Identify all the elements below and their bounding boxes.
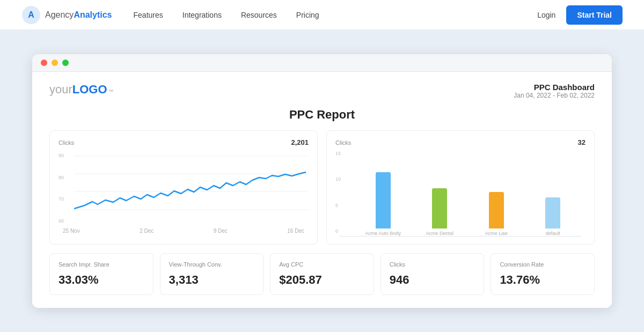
report-title-area: PPC Dashboard Jan 04, 2022 - Feb 02, 202… <box>514 83 595 99</box>
report-content: your LOGO ™ PPC Dashboard Jan 04, 2022 -… <box>32 72 612 308</box>
stat-card-clicks: Clicks 946 <box>380 253 485 295</box>
x-label-9dec: 9 Dec <box>214 228 228 234</box>
y-label-70: 70 <box>58 196 64 202</box>
bar-chart-card: Clicks 32 15 10 5 0 <box>326 130 595 245</box>
nav-link-pricing[interactable]: Pricing <box>296 11 319 19</box>
line-chart-y-labels: 90 80 70 60 <box>58 151 64 226</box>
stat-value-clicks: 946 <box>390 273 475 287</box>
y-label-60: 60 <box>58 218 64 224</box>
browser-bar <box>32 54 612 72</box>
stat-card-search-impr: Search Impr. Share 33.03% <box>49 253 153 295</box>
bar-chart-header: Clicks 32 <box>335 138 586 146</box>
line-chart-xaxis: 25 Nov 2 Dec 9 Dec 16 Dec <box>58 228 309 234</box>
bar-acme-law <box>489 192 504 228</box>
bar-label-acme-dental: Acme Dental <box>426 231 453 236</box>
bar-group-acme-auto: Acme Auto Body <box>359 172 407 236</box>
y-label-90: 90 <box>58 153 64 158</box>
stat-name-clicks: Clicks <box>390 261 475 268</box>
x-label-16dec: 16 Dec <box>287 228 304 234</box>
line-chart-value: 2,201 <box>291 138 309 146</box>
nav-link-resources[interactable]: Resources <box>241 11 277 19</box>
stats-row: Search Impr. Share 33.03% View-Through C… <box>49 253 595 295</box>
x-label-2dec: 2 Dec <box>140 228 153 234</box>
stat-name-view-through: View-Through Conv. <box>169 261 255 268</box>
bar-chart-area: 15 10 5 0 Acme Auto Body <box>335 151 586 237</box>
bar-label-acme-law: Acme Law <box>485 231 508 236</box>
bar-chart-label: Clicks <box>335 139 351 146</box>
login-link[interactable]: Login <box>537 11 555 19</box>
nav-link-integrations[interactable]: Integrations <box>182 11 222 19</box>
bar-group-acme-law: Acme Law <box>472 192 521 236</box>
y-label-80: 80 <box>58 175 64 180</box>
nav-actions: Login Start Trial <box>537 5 623 25</box>
bar-chart-xaxis <box>340 236 581 237</box>
stat-card-view-through: View-Through Conv. 3,313 <box>160 253 264 295</box>
navbar: A AgencyAnalytics Features Integrations … <box>0 0 644 30</box>
stat-value-search-impr: 33.03% <box>58 273 144 287</box>
main-wrapper: your LOGO ™ PPC Dashboard Jan 04, 2022 -… <box>0 30 644 332</box>
date-range: Jan 04, 2022 - Feb 02, 2022 <box>514 92 595 99</box>
line-chart-card: Clicks 2,201 90 80 70 60 <box>49 130 318 245</box>
browser-dot-minimize[interactable] <box>52 60 58 66</box>
stat-value-view-through: 3,313 <box>169 273 255 287</box>
line-chart-header: Clicks 2,201 <box>58 138 309 146</box>
stat-name-search-impr: Search Impr. Share <box>58 261 144 268</box>
stat-name-conversion-rate: Conversion Rate <box>500 261 586 268</box>
bar-y-label-5: 5 <box>335 203 341 208</box>
browser-dot-maximize[interactable] <box>62 60 69 66</box>
svg-text:A: A <box>28 10 34 19</box>
browser-mockup: your LOGO ™ PPC Dashboard Jan 04, 2022 -… <box>32 54 612 308</box>
report-main-title: PPC Report <box>49 108 595 122</box>
bar-chart-value: 32 <box>578 138 586 146</box>
bar-y-label-10: 10 <box>335 176 341 182</box>
client-logo: your LOGO ™ <box>49 83 114 97</box>
bar-y-label-15: 15 <box>335 151 341 156</box>
charts-row: Clicks 2,201 90 80 70 60 <box>49 130 595 245</box>
bar-group-default: default <box>529 197 577 236</box>
x-label-25nov: 25 Nov <box>63 228 80 234</box>
stat-card-avg-cpc: Avg CPC $205.87 <box>270 253 374 295</box>
logo-tm: ™ <box>108 88 114 94</box>
stat-card-conversion-rate: Conversion Rate 13.76% <box>491 253 595 295</box>
bar-label-acme-auto: Acme Auto Body <box>365 231 401 236</box>
report-header: your LOGO ™ PPC Dashboard Jan 04, 2022 -… <box>49 83 595 99</box>
nav-link-features[interactable]: Features <box>134 11 163 19</box>
logo-text: AgencyAnalytics <box>45 10 112 20</box>
logo-your-text: your <box>49 83 72 97</box>
bar-acme-dental <box>432 188 447 228</box>
browser-dot-close[interactable] <box>41 60 47 66</box>
agency-analytics-logo-icon: A <box>21 5 41 25</box>
start-trial-button[interactable]: Start Trial <box>566 5 623 25</box>
dashboard-label: PPC Dashboard <box>514 83 595 92</box>
line-chart-label: Clicks <box>58 139 74 146</box>
bar-y-label-0: 0 <box>335 228 341 234</box>
logo[interactable]: A AgencyAnalytics <box>21 5 112 25</box>
stat-value-conversion-rate: 13.76% <box>500 273 586 287</box>
line-chart-svg <box>58 151 309 226</box>
line-chart-area: 90 80 70 60 <box>58 151 309 237</box>
bar-group-acme-dental: Acme Dental <box>416 188 464 236</box>
logo-brand-text: LOGO <box>72 83 107 97</box>
bar-label-default: default <box>546 231 560 236</box>
bar-default <box>545 197 560 228</box>
nav-links: Features Integrations Resources Pricing <box>134 11 538 19</box>
stat-name-avg-cpc: Avg CPC <box>279 261 365 268</box>
stat-value-avg-cpc: $205.87 <box>279 273 365 287</box>
bar-acme-auto <box>376 172 391 228</box>
